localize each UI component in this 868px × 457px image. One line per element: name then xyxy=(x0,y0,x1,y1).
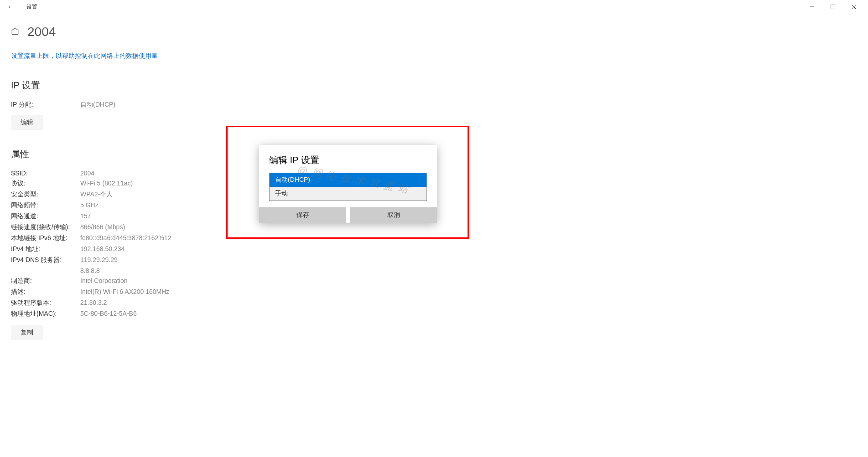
svg-rect-1 xyxy=(831,5,835,9)
dialog-buttons: 保存 取消 xyxy=(259,207,437,223)
ip-mode-dropdown[interactable]: 自动(DHCP) 手动 xyxy=(269,173,427,201)
attribute-value: Intel Corporation xyxy=(80,277,128,285)
window-controls xyxy=(801,0,864,14)
attribute-row: IPv4 地址:192.168.50.234 xyxy=(11,245,857,253)
attribute-value: 8.8.8.8 xyxy=(80,267,100,274)
header-row: 2004 xyxy=(11,25,857,39)
attribute-label xyxy=(11,267,80,274)
attribute-value: 119.29.29.29 xyxy=(80,256,118,264)
page-title: 2004 xyxy=(27,25,56,39)
attribute-value: WPA2-个人 xyxy=(80,190,113,199)
minimize-button[interactable] xyxy=(801,0,822,14)
attribute-label: 链接速度(接收/传输): xyxy=(11,223,80,231)
attribute-row: 本地链接 IPv6 地址:fe80::d9a6:d445:3878:2162%1… xyxy=(11,234,857,242)
attribute-value: 21.30.3.2 xyxy=(80,299,107,307)
attribute-label: SSID: xyxy=(11,169,80,177)
attribute-value: Intel(R) Wi-Fi 6 AX200 160MHz xyxy=(80,288,169,296)
close-button[interactable] xyxy=(843,0,864,14)
dialog-title: 编辑 IP 设置 xyxy=(269,154,427,166)
attribute-value: 2004 xyxy=(80,169,94,177)
attribute-value: fe80::d9a6:d445:3878:2162%12 xyxy=(80,234,171,242)
attribute-row: 制造商:Intel Corporation xyxy=(11,277,857,285)
home-icon[interactable] xyxy=(11,27,19,37)
attribute-value: 866/866 (Mbps) xyxy=(80,223,125,231)
ip-settings-section: IP 设置 IP 分配: 自动(DHCP) 编辑 xyxy=(11,79,857,148)
titlebar-title: 设置 xyxy=(26,3,37,11)
attribute-label: 驱动程序版本: xyxy=(11,299,80,307)
ip-settings-heading: IP 设置 xyxy=(11,79,857,92)
attribute-label: 安全类型: xyxy=(11,190,80,199)
attribute-value: Wi-Fi 5 (802.11ac) xyxy=(80,180,133,188)
attribute-label: 描述: xyxy=(11,288,80,296)
attribute-value: 5 GHz xyxy=(80,201,99,210)
back-arrow-icon[interactable]: ← xyxy=(4,1,18,13)
save-button[interactable]: 保存 xyxy=(259,207,346,223)
ip-assignment-value: 自动(DHCP) xyxy=(80,101,115,109)
dropdown-option-auto[interactable]: 自动(DHCP) xyxy=(270,173,426,187)
attribute-row: 驱动程序版本:21.30.3.2 xyxy=(11,299,857,307)
attribute-label: 协议: xyxy=(11,180,80,188)
cancel-button[interactable]: 取消 xyxy=(350,207,437,223)
edit-button[interactable]: 编辑 xyxy=(11,115,43,130)
attribute-row: 链接速度(接收/传输):866/866 (Mbps) xyxy=(11,223,857,231)
ip-assignment-row: IP 分配: 自动(DHCP) xyxy=(11,101,857,109)
attribute-row: 描述:Intel(R) Wi-Fi 6 AX200 160MHz xyxy=(11,288,857,296)
attribute-label: 本地链接 IPv6 地址: xyxy=(11,234,80,242)
attribute-row: 物理地址(MAC):5C-80-B6-12-5A-B6 xyxy=(11,310,857,318)
attribute-row: IPv4 DNS 服务器:119.29.29.29 xyxy=(11,256,857,264)
attribute-row: 8.8.8.8 xyxy=(11,267,857,274)
attribute-label: 网络通道: xyxy=(11,212,80,221)
dropdown-option-manual[interactable]: 手动 xyxy=(270,187,426,200)
attribute-label: IPv4 DNS 服务器: xyxy=(11,256,80,264)
attribute-label: 物理地址(MAC): xyxy=(11,310,80,318)
titlebar-left: ← 设置 xyxy=(4,1,37,13)
titlebar: ← 设置 xyxy=(0,0,868,14)
data-limit-link[interactable]: 设置流量上限，以帮助控制在此网络上的数据使用量 xyxy=(11,52,857,60)
ip-assignment-label: IP 分配: xyxy=(11,101,80,109)
attribute-label: 制造商: xyxy=(11,277,80,285)
attribute-label: 网络频带: xyxy=(11,201,80,210)
copy-button[interactable]: 复制 xyxy=(11,325,43,340)
attribute-value: 157 xyxy=(80,212,91,221)
edit-ip-dialog: 编辑 IP 设置 自动(DHCP) 手动 保存 取消 xyxy=(259,145,437,223)
maximize-button[interactable] xyxy=(822,0,843,14)
attribute-value: 5C-80-B6-12-5A-B6 xyxy=(80,310,137,318)
attribute-label: IPv4 地址: xyxy=(11,245,80,253)
attribute-value: 192.168.50.234 xyxy=(80,245,125,253)
